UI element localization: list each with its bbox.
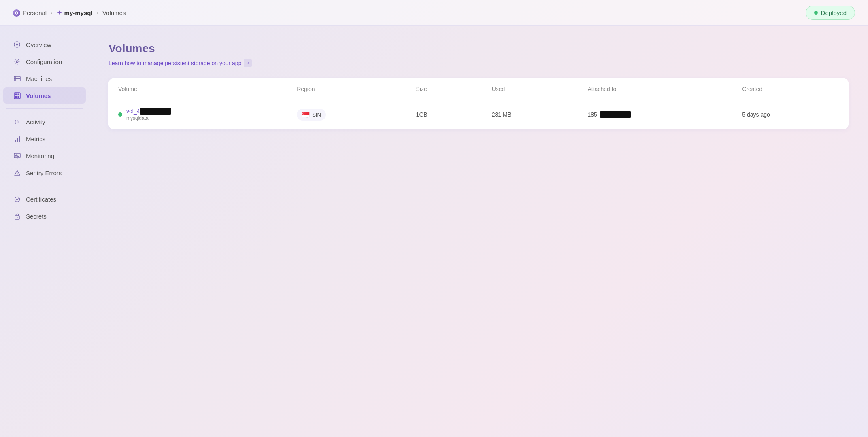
- sidebar-item-monitoring[interactable]: Monitoring: [3, 148, 86, 164]
- cell-created: 5 days ago: [732, 100, 849, 129]
- table-row: vol_4 mysqldata 🇸🇬 SIN: [108, 100, 849, 129]
- topnav: Personal › ✦ my-mysql › Volumes Deployed: [0, 0, 868, 26]
- deployed-dot: [814, 11, 818, 15]
- sidebar-item-configuration-label: Configuration: [26, 58, 62, 65]
- svg-rect-8: [14, 93, 20, 99]
- sidebar-group-2: Activity Metrics: [0, 114, 89, 181]
- svg-point-14: [17, 121, 17, 122]
- secrets-icon: [13, 212, 21, 220]
- breadcrumb: Personal › ✦ my-mysql › Volumes: [13, 9, 126, 17]
- deployed-badge: Deployed: [806, 6, 855, 20]
- svg-point-15: [18, 121, 19, 122]
- svg-rect-11: [15, 96, 17, 98]
- svg-point-4: [16, 61, 18, 63]
- table-header-row: Volume Region Size Used Attached to Crea…: [108, 78, 849, 100]
- current-page-label: Volumes: [102, 9, 126, 16]
- col-volume: Volume: [108, 78, 287, 100]
- sentry-icon: [13, 169, 21, 177]
- org-icon: [13, 9, 20, 17]
- sidebar-item-activity-label: Activity: [26, 119, 45, 125]
- sidebar: Overview Configuration: [0, 26, 89, 437]
- volumes-table-container: Volume Region Size Used Attached to Crea…: [108, 78, 849, 129]
- volume-info: vol_4 mysqldata: [126, 108, 171, 121]
- volume-subname: mysqldata: [126, 115, 171, 121]
- sidebar-divider-1: [6, 108, 83, 109]
- volumes-icon: [13, 91, 21, 100]
- external-link-icon: ↗: [244, 59, 252, 67]
- activity-icon: [13, 118, 21, 126]
- sidebar-item-volumes-label: Volumes: [26, 92, 51, 99]
- sidebar-item-secrets-label: Secrets: [26, 213, 47, 220]
- deployed-label: Deployed: [821, 9, 847, 16]
- region-badge: 🇸🇬 SIN: [297, 109, 326, 121]
- cell-size: 1GB: [406, 100, 482, 129]
- page-subtitle: Learn how to manage persistent storage o…: [108, 59, 849, 67]
- sidebar-item-machines-label: Machines: [26, 75, 52, 82]
- cell-volume: vol_4 mysqldata: [108, 100, 287, 129]
- svg-point-1: [16, 13, 17, 13]
- monitoring-icon: [13, 152, 21, 160]
- machines-icon: [13, 74, 21, 83]
- page-title: Volumes: [108, 42, 849, 55]
- svg-point-18: [15, 123, 16, 124]
- subtitle-link-text: Learn how to manage persistent storage o…: [108, 60, 241, 66]
- org-link[interactable]: Personal: [13, 9, 47, 17]
- volumes-table: Volume Region Size Used Attached to Crea…: [108, 78, 849, 129]
- sidebar-group-3: Certificates Secrets: [0, 191, 89, 224]
- svg-point-23: [15, 197, 19, 202]
- attached-redacted: [600, 111, 631, 118]
- attached-prefix: 185: [587, 111, 597, 118]
- cell-region: 🇸🇬 SIN: [287, 100, 406, 129]
- volume-id-link[interactable]: vol_4: [126, 108, 171, 115]
- sidebar-item-monitoring-label: Monitoring: [26, 153, 54, 159]
- svg-point-17: [17, 120, 17, 121]
- svg-rect-10: [17, 93, 19, 95]
- svg-rect-12: [17, 96, 19, 98]
- col-region: Region: [287, 78, 406, 100]
- overview-icon: [13, 40, 21, 49]
- col-size: Size: [406, 78, 482, 100]
- org-name-label: Personal: [23, 9, 47, 16]
- sidebar-item-sentry-errors[interactable]: Sentry Errors: [3, 165, 86, 181]
- svg-rect-21: [19, 136, 20, 142]
- svg-rect-20: [17, 138, 18, 142]
- table-body: vol_4 mysqldata 🇸🇬 SIN: [108, 100, 849, 129]
- app-name-label: my-mysql: [64, 9, 93, 16]
- main-content: Volumes Learn how to manage persistent s…: [89, 26, 868, 437]
- sidebar-item-secrets[interactable]: Secrets: [3, 208, 86, 224]
- sidebar-item-configuration[interactable]: Configuration: [3, 53, 86, 70]
- breadcrumb-chevron-1: ›: [51, 10, 52, 16]
- svg-point-13: [15, 121, 16, 122]
- volume-name-cell: vol_4 mysqldata: [118, 108, 277, 121]
- sidebar-item-metrics[interactable]: Metrics: [3, 131, 86, 147]
- cell-used: 281 MB: [482, 100, 578, 129]
- col-created: Created: [732, 78, 849, 100]
- certificates-icon: [13, 195, 21, 203]
- svg-point-3: [16, 44, 18, 46]
- sidebar-item-metrics-label: Metrics: [26, 136, 45, 142]
- attached-cell: 185: [587, 111, 723, 118]
- sidebar-item-overview[interactable]: Overview: [3, 36, 86, 53]
- vol-id-redacted: [140, 108, 171, 115]
- sidebar-item-certificates[interactable]: Certificates: [3, 191, 86, 207]
- sidebar-item-volumes[interactable]: Volumes: [3, 87, 86, 104]
- sidebar-item-overview-label: Overview: [26, 41, 51, 48]
- svg-point-25: [17, 217, 17, 218]
- app-link[interactable]: ✦ my-mysql: [57, 9, 93, 17]
- col-attached-to: Attached to: [578, 78, 732, 100]
- sidebar-item-certificates-label: Certificates: [26, 196, 56, 203]
- sidebar-item-sentry-errors-label: Sentry Errors: [26, 170, 62, 176]
- svg-point-16: [15, 120, 16, 121]
- col-used: Used: [482, 78, 578, 100]
- table-header: Volume Region Size Used Attached to Crea…: [108, 78, 849, 100]
- sidebar-group-1: Overview Configuration: [0, 36, 89, 104]
- subtitle-link[interactable]: Learn how to manage persistent storage o…: [108, 59, 252, 67]
- sidebar-item-activity[interactable]: Activity: [3, 114, 86, 130]
- region-flag: 🇸🇬: [302, 111, 310, 119]
- layout: Overview Configuration: [0, 26, 868, 437]
- svg-rect-9: [15, 93, 17, 95]
- gear-icon: [13, 57, 21, 66]
- sidebar-divider-2: [6, 186, 83, 186]
- sidebar-item-machines[interactable]: Machines: [3, 70, 86, 87]
- svg-rect-19: [15, 140, 16, 142]
